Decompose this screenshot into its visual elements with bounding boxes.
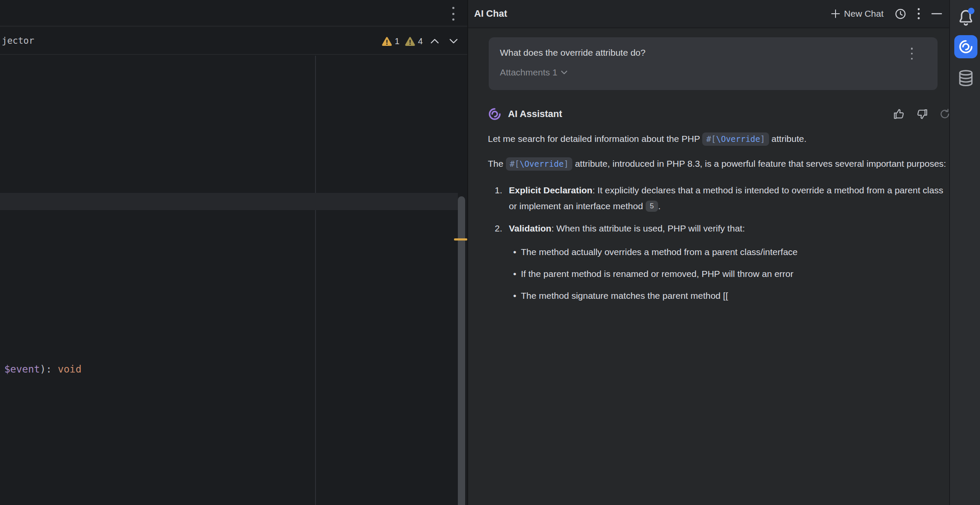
list-item: 1. Explicit Declaration: It explicitly d…	[488, 182, 951, 214]
weak-warning-icon	[405, 36, 415, 46]
assistant-name: AI Assistant	[508, 108, 562, 120]
code-chip-override[interactable]: #[\Override]	[702, 132, 769, 146]
previous-problem-chevron-up-icon[interactable]	[428, 39, 442, 44]
thumbs-down-icon[interactable]	[916, 108, 929, 120]
ai-chat-panel: AI Chat New Chat Wh	[467, 0, 949, 505]
notifications-bell-icon[interactable]	[957, 9, 974, 27]
assistant-actions	[893, 108, 951, 120]
assistant-bullet-list: • The method actually overrides a method…	[488, 244, 951, 304]
right-tool-stripe	[949, 0, 980, 505]
chat-history-clock-icon[interactable]	[895, 8, 906, 20]
bullet-item: • The method actually overrides a method…	[513, 244, 951, 260]
ai-chat-header: AI Chat New Chat	[468, 0, 949, 28]
chat-options-kebab-icon[interactable]	[917, 8, 920, 20]
editor-tab-strip: jector 1 4	[0, 27, 467, 55]
editor-options-kebab-icon[interactable]	[451, 7, 455, 21]
weak-warning-count: 4	[418, 36, 423, 46]
current-line-highlight	[0, 193, 458, 210]
chevron-down-icon	[561, 70, 568, 75]
user-message-bubble: What does the override attribute do? Att…	[489, 37, 938, 90]
code-variable: $event	[4, 364, 40, 375]
bullet-item: • The method signature matches the paren…	[513, 288, 951, 304]
chat-header-actions: New Chat	[830, 8, 942, 20]
code-punctuation: ):	[40, 364, 58, 375]
ai-chat-title: AI Chat	[474, 8, 507, 19]
editor-scrollbar[interactable]	[458, 196, 465, 505]
assistant-message: AI Assistant Let me search for detailed …	[488, 106, 951, 310]
ai-assistant-avatar-icon	[488, 107, 502, 121]
code-line[interactable]: $event): void	[4, 364, 81, 375]
editor-tab-label[interactable]: jector	[0, 36, 34, 46]
notification-badge	[968, 8, 974, 14]
next-problem-chevron-down-icon[interactable]	[447, 39, 460, 44]
warning-stripe-marker[interactable]	[454, 238, 467, 240]
message-options-kebab-icon[interactable]	[910, 48, 914, 60]
code-chip-override[interactable]: #[\Override]	[506, 157, 572, 171]
new-chat-button[interactable]: New Chat	[830, 9, 884, 19]
editor-canvas[interactable]: $event): void	[0, 56, 467, 505]
attachments-toggle[interactable]: Attachments 1	[500, 67, 926, 78]
database-tool-button[interactable]	[956, 69, 976, 87]
assistant-ordered-list: 1. Explicit Declaration: It explicitly d…	[488, 182, 951, 236]
code-keyword: void	[58, 364, 81, 375]
warning-inspection-group[interactable]: 1	[382, 36, 400, 46]
warning-icon	[382, 36, 392, 46]
hide-panel-minus-icon[interactable]	[931, 12, 942, 15]
user-question-text: What does the override attribute do?	[500, 48, 926, 58]
attachments-label: Attachments 1	[500, 67, 557, 78]
assistant-paragraph-2: The #[\Override] attribute, introduced i…	[488, 156, 951, 171]
right-margin-guide	[315, 56, 316, 505]
list-item: 2. Validation: When this attribute is us…	[488, 220, 951, 236]
ai-assistant-tool-button[interactable]	[954, 35, 977, 58]
assistant-header: AI Assistant	[488, 106, 951, 122]
ide-window: jector 1 4	[0, 0, 980, 505]
editor-region: jector 1 4	[0, 0, 467, 505]
warning-count: 1	[395, 36, 400, 46]
editor-toolbar	[0, 0, 467, 27]
inspections-widget: 1 4	[382, 27, 460, 55]
assistant-paragraph-1: Let me search for detailed information a…	[488, 131, 951, 147]
bullet-item: • If the parent method is renamed or rem…	[513, 266, 951, 282]
plus-icon	[830, 9, 841, 19]
weak-warning-inspection-group[interactable]: 4	[405, 36, 423, 46]
thumbs-up-icon[interactable]	[893, 108, 905, 120]
citation-chip[interactable]: 5	[646, 201, 658, 212]
new-chat-label: New Chat	[844, 9, 884, 19]
